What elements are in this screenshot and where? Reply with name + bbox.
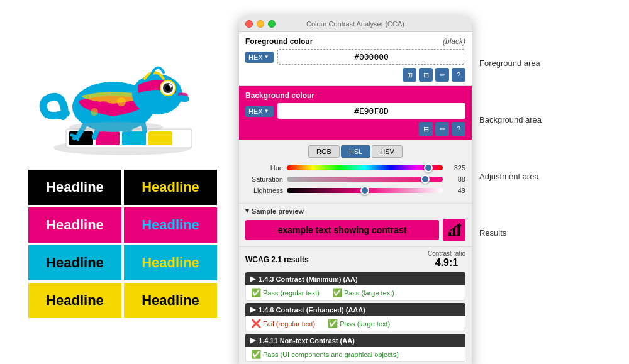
- expand-icon-143: ▶: [250, 275, 255, 283]
- foreground-area-label: Foreground area: [479, 58, 542, 68]
- wcag-results-section: WCAG 2.1 results Contrast ratio 4.9:1 ▶ …: [239, 246, 472, 364]
- foreground-eyedropper-icon[interactable]: ✏: [435, 68, 449, 82]
- foreground-format-select[interactable]: HEX ▼: [245, 52, 274, 63]
- window-minimize-button[interactable]: [257, 20, 264, 28]
- wcag-143-header[interactable]: ▶ 1.4.3 Contrast (Minimum) (AA): [245, 272, 465, 285]
- lightness-slider-row: Lightness 49: [245, 187, 465, 194]
- saturation-slider-thumb[interactable]: [421, 175, 430, 184]
- color-cell-1: Headline: [28, 170, 121, 205]
- wcag-1411-body: ✅ Pass (UI components and graphical obje…: [245, 347, 465, 362]
- app-window: Colour Contrast Analyser (CCA) Foregroun…: [239, 16, 472, 364]
- color-cell-8: Headline: [124, 283, 217, 318]
- preview-triangle-icon: ▾: [245, 207, 249, 215]
- adjustment-section: RGB HSL HSV Hue 325 Saturation: [239, 140, 472, 203]
- color-cell-4: Headline: [124, 207, 217, 243]
- preview-header: ▾ Sample preview: [245, 207, 465, 215]
- color-grid: Headline Headline Headline Headline Head…: [28, 170, 217, 318]
- color-cell-6: Headline: [124, 245, 217, 280]
- svg-point-18: [117, 97, 126, 106]
- lightness-slider-thumb[interactable]: [360, 186, 369, 195]
- saturation-slider-track[interactable]: [287, 177, 443, 182]
- svg-point-19: [91, 108, 98, 116]
- tab-hsl[interactable]: HSL: [341, 145, 370, 158]
- foreground-value-input[interactable]: [277, 49, 465, 65]
- lightness-slider-track[interactable]: [287, 188, 443, 193]
- left-panel: Headline Headline Headline Headline Head…: [6, 13, 239, 318]
- foreground-grid-icon[interactable]: ⊟: [419, 68, 433, 82]
- background-help-icon[interactable]: ?: [452, 122, 465, 136]
- background-area-label: Background area: [479, 115, 542, 124]
- contrast-ratio-label: Contrast ratio: [428, 250, 465, 257]
- right-panel: Colour Contrast Analyser (CCA) Foregroun…: [239, 13, 623, 364]
- svg-rect-22: [453, 228, 455, 236]
- contrast-ratio-box: Contrast ratio 4.9:1: [428, 250, 465, 268]
- wcag-results-label: WCAG 2.1 results: [245, 255, 309, 264]
- pass-icon-1: ✅: [332, 288, 342, 297]
- adjustment-area-label: Adjustment area: [479, 172, 542, 181]
- background-format-select[interactable]: HEX ▼: [245, 106, 274, 117]
- wcag-146-header[interactable]: ▶ 1.4.6 Contrast (Enhanced) (AAA): [245, 303, 465, 316]
- svg-point-20: [69, 122, 164, 132]
- area-labels: Foreground area Background area Adjustme…: [472, 16, 542, 280]
- foreground-columns-icon[interactable]: ⊞: [403, 68, 416, 82]
- window-body: Foreground colour (black) HEX ▼ ⊞ ⊟ ✏: [239, 32, 472, 364]
- svg-point-17: [99, 101, 109, 111]
- window-controls: [245, 20, 276, 28]
- preview-header-label: Sample preview: [252, 207, 304, 215]
- window-titlebar: Colour Contrast Analyser (CCA): [239, 16, 472, 32]
- wcag-1411-header[interactable]: ▶ 1.4.11 Non-text Contrast (AA): [245, 334, 465, 347]
- expand-icon-1411: ▶: [250, 336, 255, 345]
- hue-slider-track[interactable]: [287, 165, 443, 170]
- wcag-146-result-1: ✅ Pass (large text): [328, 319, 390, 328]
- svg-rect-3: [96, 131, 120, 145]
- wcag-item-143: ▶ 1.4.3 Contrast (Minimum) (AA) ✅ Pass (…: [245, 272, 465, 301]
- saturation-value: 88: [447, 175, 465, 183]
- wcag-143-result-0: ✅ Pass (regular text): [251, 288, 320, 297]
- hue-slider-thumb[interactable]: [424, 163, 433, 172]
- hue-slider-row: Hue 325: [245, 164, 465, 172]
- chevron-down-icon-bg: ▼: [264, 108, 269, 114]
- window-maximize-button[interactable]: [268, 20, 276, 28]
- background-grid-icon[interactable]: ⊟: [419, 122, 433, 136]
- wcag-146-title: 1.4.6 Contrast (Enhanced) (AAA): [259, 306, 365, 314]
- color-cell-5: Headline: [28, 245, 121, 280]
- wcag-item-146: ▶ 1.4.6 Contrast (Enhanced) (AAA) ❌ Fail…: [245, 303, 465, 331]
- window-close-button[interactable]: [245, 20, 253, 28]
- svg-rect-23: [457, 226, 460, 236]
- pass-icon-0: ✅: [251, 288, 261, 297]
- tab-rgb[interactable]: RGB: [308, 145, 340, 158]
- svg-rect-4: [122, 131, 146, 145]
- background-label: Background colour: [245, 91, 314, 100]
- foreground-section: Foreground colour (black) HEX ▼ ⊞ ⊟ ✏: [239, 32, 472, 86]
- foreground-help-icon[interactable]: ?: [452, 68, 465, 82]
- chevron-down-icon: ▼: [264, 54, 269, 60]
- wcag-1411-result-0: ✅ Pass (UI components and graphical obje…: [251, 350, 399, 359]
- wcag-143-title: 1.4.3 Contrast (Minimum) (AA): [259, 275, 358, 283]
- background-value-input[interactable]: [277, 103, 465, 119]
- wcag-146-body: ❌ Fail (regular text) ✅ Pass (large text…: [245, 316, 465, 331]
- hue-value: 325: [447, 164, 465, 172]
- results-area-label: Results: [479, 228, 542, 238]
- mode-tabs: RGB HSL HSV: [245, 145, 465, 158]
- fail-icon-0: ❌: [251, 319, 261, 328]
- lightness-value: 49: [447, 187, 465, 194]
- wcag-143-body: ✅ Pass (regular text) ✅ Pass (large text…: [245, 285, 465, 301]
- chameleon-illustration: [19, 19, 226, 163]
- pass-icon-2: ✅: [328, 319, 338, 328]
- background-eyedropper-icon[interactable]: ✏: [435, 122, 449, 136]
- lightness-label: Lightness: [245, 187, 283, 194]
- background-section: Background colour HEX ▼ ⊟ ✏ ?: [239, 86, 472, 140]
- wcag-item-1411: ▶ 1.4.11 Non-text Contrast (AA) ✅ Pass (…: [245, 334, 465, 362]
- color-cell-7: Headline: [28, 283, 121, 318]
- pass-icon-3: ✅: [251, 350, 261, 359]
- wcag-146-result-0: ❌ Fail (regular text): [251, 319, 315, 328]
- preview-content: example text showing contrast: [245, 219, 465, 241]
- svg-rect-21: [448, 232, 451, 236]
- svg-rect-5: [148, 131, 172, 145]
- svg-point-15: [165, 85, 170, 91]
- wcag-143-result-1: ✅ Pass (large text): [332, 288, 394, 297]
- color-cell-2: Headline: [124, 170, 217, 205]
- contrast-ratio-value: 4.9:1: [428, 257, 465, 268]
- tab-hsv[interactable]: HSV: [372, 145, 403, 158]
- foreground-label: Foreground colour: [245, 37, 313, 46]
